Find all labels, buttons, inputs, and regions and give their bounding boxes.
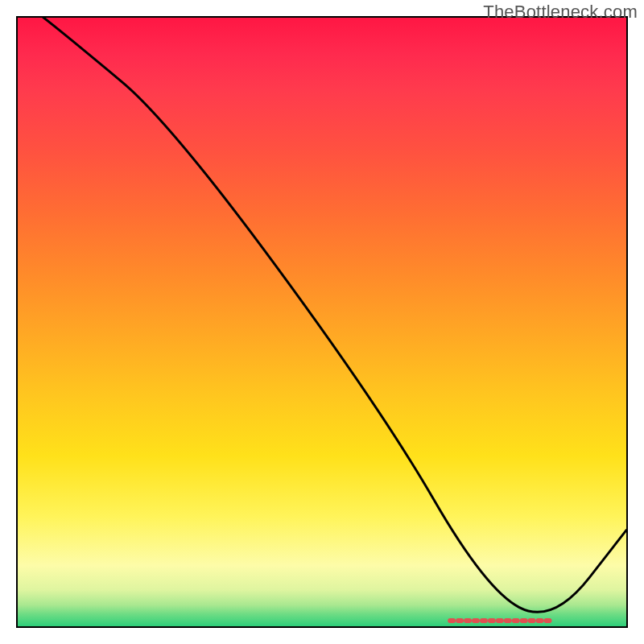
watermark-text: TheBottleneck.com [483,2,638,23]
chart-frame [16,16,628,628]
bottleneck-chart: TheBottleneck.com [0,0,644,644]
bottleneck-curve [34,18,626,612]
chart-overlay [18,18,626,626]
